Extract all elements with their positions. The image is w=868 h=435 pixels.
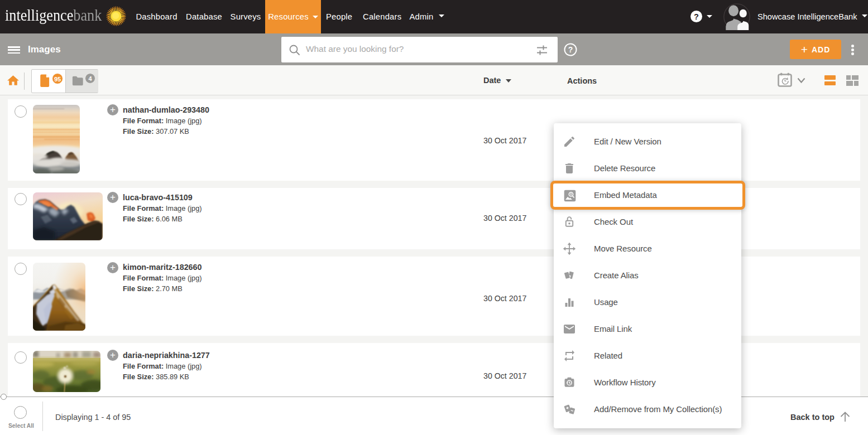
svg-text:?: ? [568, 45, 573, 54]
